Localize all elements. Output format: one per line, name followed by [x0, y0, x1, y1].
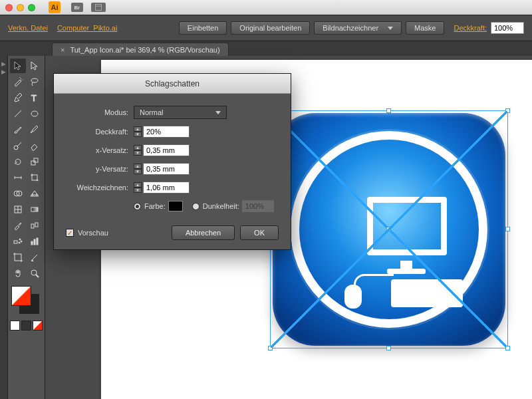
paintbrush-tool[interactable] — [10, 122, 26, 137]
svg-text:T: T — [31, 93, 37, 103]
symbol-sprayer-tool[interactable] — [10, 234, 26, 249]
zoom-window-button[interactable] — [28, 4, 35, 11]
opacity-field[interactable] — [143, 126, 190, 138]
opacity-label[interactable]: Deckkraft: — [454, 24, 487, 32]
svg-rect-16 — [31, 224, 34, 228]
resize-handle[interactable] — [268, 346, 273, 350]
scale-tool[interactable] — [27, 154, 43, 169]
svg-point-2 — [31, 78, 38, 82]
perspective-grid-tool[interactable] — [27, 186, 43, 201]
eraser-tool[interactable] — [27, 138, 43, 153]
step-down-icon[interactable]: ▼ — [134, 150, 142, 156]
shape-builder-tool[interactable] — [10, 186, 26, 201]
rotate-tool[interactable] — [10, 154, 26, 169]
preview-checkbox[interactable] — [66, 229, 74, 237]
chevron-right-icon: ▶ — [1, 68, 6, 75]
document-tab[interactable]: × Tut_App Icon.ai* bei 369,4 % (RGB/Vors… — [52, 43, 229, 56]
image-trace-button[interactable]: Bildnachzeichner — [314, 21, 402, 35]
resize-handle[interactable] — [386, 346, 391, 350]
resize-handle[interactable] — [505, 227, 510, 231]
y-offset-field[interactable] — [143, 163, 190, 175]
gradient-tool[interactable] — [27, 202, 43, 217]
slice-tool[interactable] — [27, 250, 43, 265]
color-radio-label: Farbe: — [144, 202, 166, 210]
resize-handle[interactable] — [386, 108, 391, 113]
free-transform-tool[interactable] — [27, 170, 43, 185]
chevron-right-icon: ▶ — [1, 61, 6, 67]
eyedropper-tool[interactable] — [10, 218, 26, 233]
blur-field[interactable] — [143, 182, 190, 194]
x-offset-stepper[interactable]: ▲▼ — [134, 145, 142, 156]
svg-line-27 — [36, 275, 39, 277]
chevron-down-icon — [388, 27, 393, 30]
fill-stroke-swatch[interactable] — [10, 286, 43, 317]
dialog-title: Schlagschatten — [54, 74, 291, 94]
ok-button[interactable]: OK — [240, 225, 279, 240]
step-up-icon[interactable]: ▲ — [134, 126, 142, 132]
monitor-shape — [367, 197, 447, 255]
minimize-window-button[interactable] — [17, 4, 24, 11]
fill-swatch[interactable] — [11, 286, 31, 306]
darkness-radio[interactable] — [192, 203, 200, 210]
direct-selection-tool[interactable] — [27, 59, 43, 73]
pen-tool[interactable] — [10, 90, 26, 105]
preview-label: Vorschau — [78, 229, 108, 237]
width-tool[interactable] — [10, 170, 26, 185]
step-down-icon[interactable]: ▼ — [134, 169, 142, 174]
mode-select[interactable]: Normal — [134, 106, 227, 119]
none-mode-button[interactable] — [33, 321, 43, 331]
edit-original-button[interactable]: Original bearbeiten — [231, 21, 310, 35]
blob-brush-tool[interactable] — [10, 138, 26, 153]
y-offset-stepper[interactable]: ▲▼ — [134, 164, 142, 174]
app-icon-artwork — [273, 113, 505, 346]
embed-button[interactable]: Einbetten — [179, 21, 227, 35]
rectangle-tool[interactable] — [27, 106, 43, 121]
step-up-icon[interactable]: ▲ — [134, 182, 142, 188]
opacity-stepper[interactable]: ▲▼ — [134, 126, 142, 137]
gradient-mode-button[interactable] — [21, 321, 31, 331]
arrange-documents-button[interactable] — [91, 3, 106, 12]
color-radio[interactable] — [134, 203, 141, 210]
close-window-button[interactable] — [5, 4, 13, 11]
bridge-button[interactable]: Br — [71, 3, 83, 12]
cancel-button[interactable]: Abbrechen — [172, 225, 235, 240]
color-mode-button[interactable] — [10, 321, 20, 331]
svg-rect-17 — [35, 223, 38, 227]
document-tab-label: Tut_App Icon.ai* bei 369,4 % (RGB/Vorsch… — [70, 46, 219, 54]
blend-tool[interactable] — [27, 218, 43, 233]
resize-handle[interactable] — [505, 346, 510, 350]
linked-filename[interactable]: Computer_Pikto.ai — [57, 24, 118, 32]
artboard-tool[interactable] — [10, 250, 26, 265]
svg-rect-25 — [15, 254, 21, 261]
step-up-icon[interactable]: ▲ — [134, 145, 142, 150]
svg-rect-8 — [34, 158, 38, 162]
line-segment-tool[interactable] — [10, 106, 26, 121]
column-graph-tool[interactable] — [27, 234, 43, 249]
mesh-tool[interactable] — [10, 202, 26, 217]
x-offset-field[interactable] — [143, 144, 190, 156]
zoom-tool[interactable] — [27, 266, 43, 281]
step-down-icon[interactable]: ▼ — [134, 132, 142, 137]
pencil-tool[interactable] — [27, 122, 43, 137]
mask-button[interactable]: Maske — [406, 21, 444, 35]
selection-tool[interactable] — [10, 59, 26, 73]
close-tab-icon[interactable]: × — [61, 46, 65, 54]
control-bar: Verkn. Datei Computer_Pikto.ai Einbetten… — [0, 15, 532, 41]
type-tool[interactable]: T — [27, 90, 43, 105]
panel-dock-strip[interactable]: ▶ ▶ — [0, 56, 8, 399]
step-down-icon[interactable]: ▼ — [134, 188, 142, 193]
svg-rect-9 — [32, 175, 37, 180]
svg-line-4 — [15, 110, 21, 117]
lasso-tool[interactable] — [27, 74, 43, 89]
shadow-color-swatch[interactable] — [168, 201, 183, 211]
magic-wand-tool[interactable] — [10, 74, 26, 89]
linked-file-link[interactable]: Verkn. Datei — [8, 24, 48, 32]
opacity-input[interactable] — [491, 22, 524, 34]
blur-stepper[interactable]: ▲▼ — [134, 182, 142, 193]
step-up-icon[interactable]: ▲ — [134, 164, 142, 169]
resize-handle[interactable] — [505, 108, 510, 113]
image-trace-label: Bildnachzeichner — [323, 24, 378, 32]
svg-rect-18 — [14, 241, 17, 243]
hand-tool[interactable] — [10, 266, 26, 281]
chevron-down-icon — [215, 111, 221, 114]
